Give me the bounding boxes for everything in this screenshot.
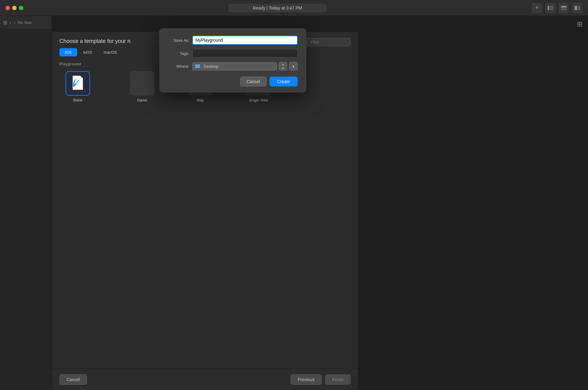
stepper-up-icon[interactable]: ▲	[279, 62, 287, 66]
dialog-buttons: Cancel Create	[168, 77, 298, 86]
save-as-row: Save As:	[168, 36, 298, 45]
svg-rect-1	[550, 6, 553, 10]
add-button[interactable]: +	[532, 3, 542, 13]
traffic-lights	[0, 6, 29, 10]
where-stepper[interactable]: ▲ ▼	[279, 62, 287, 71]
where-label: Where:	[168, 64, 192, 69]
svg-rect-4	[575, 6, 577, 10]
svg-rect-3	[561, 8, 567, 10]
svg-rect-2	[561, 6, 567, 8]
tags-row: Tags:	[168, 49, 298, 58]
window-title: Ready | Today at 3:47 PM	[228, 4, 327, 12]
where-expand-button[interactable]: ▾	[289, 62, 298, 71]
tags-label: Tags:	[168, 51, 192, 56]
where-value: Desktop	[204, 64, 218, 69]
save-dialog: Save As: Tags: Where: Desktop ▲ ▼ ▾	[159, 28, 306, 93]
create-button[interactable]: Create	[270, 77, 298, 86]
title-bar-center: Ready | Today at 3:47 PM	[29, 4, 526, 12]
dialog-overlay: Save As: Tags: Where: Desktop ▲ ▼ ▾	[0, 16, 588, 390]
split-view-button[interactable]	[572, 3, 582, 13]
where-select[interactable]: Desktop	[192, 62, 277, 71]
svg-rect-5	[578, 6, 580, 10]
cancel-dialog-button[interactable]: Cancel	[240, 77, 266, 86]
desktop-icon	[195, 64, 200, 68]
stepper-down-icon[interactable]: ▼	[279, 66, 287, 70]
title-bar: Ready | Today at 3:47 PM +	[0, 0, 588, 16]
where-select-wrapper: Desktop ▲ ▼ ▾	[192, 62, 298, 71]
close-button[interactable]	[6, 6, 10, 10]
where-row: Where: Desktop ▲ ▼ ▾	[168, 62, 298, 71]
layout-button[interactable]	[559, 3, 569, 13]
minimize-button[interactable]	[12, 6, 17, 10]
save-as-input[interactable]	[192, 36, 298, 45]
tags-input[interactable]	[192, 49, 298, 58]
maximize-button[interactable]	[19, 6, 23, 10]
sidebar-toggle-button[interactable]	[545, 3, 556, 13]
title-bar-right: +	[526, 3, 588, 13]
svg-rect-0	[548, 6, 549, 10]
save-as-label: Save As:	[168, 38, 192, 43]
